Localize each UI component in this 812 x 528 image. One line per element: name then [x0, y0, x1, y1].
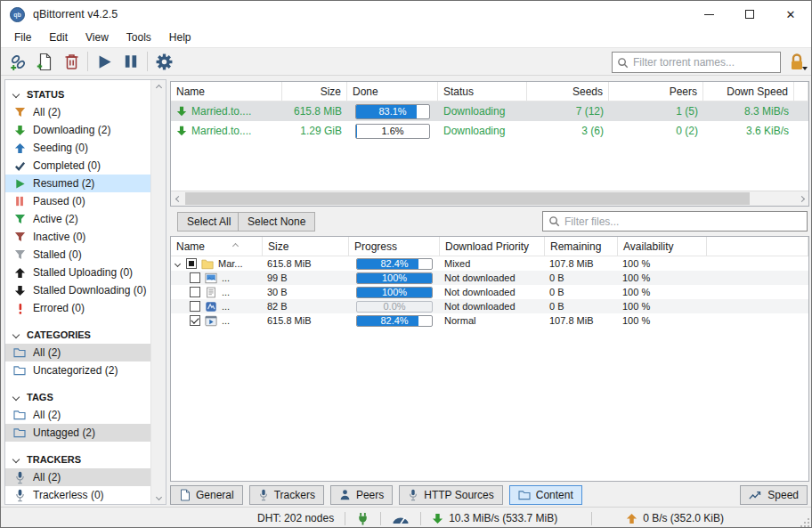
fcol-priority[interactable]: Download Priority [440, 237, 545, 256]
fcol-name[interactable]: Name [171, 237, 263, 256]
section-tags[interactable]: TAGS [5, 387, 150, 406]
torrent-status: Downloading [438, 121, 527, 141]
sidebar-item-inactive[interactable]: Inactive (0) [5, 228, 150, 246]
scroll-right-arrow[interactable] [794, 191, 808, 206]
torrent-row[interactable]: Married.to.... 1.29 GiB 1.6% Downloading… [171, 121, 808, 141]
sidebar-item-tags-all[interactable]: All (2) [5, 406, 150, 424]
sidebar-item-trackers-all[interactable]: All (2) [5, 468, 150, 486]
expand-chevron-icon[interactable] [175, 260, 181, 266]
sidebar-item-seeding[interactable]: Seeding (0) [5, 139, 150, 157]
lock-dropdown-caret [802, 67, 808, 70]
sidebar-item-resumed[interactable]: Resumed (2) [5, 175, 150, 192]
torrent-row[interactable]: Married.to.... 615.8 MiB 83.1% Downloadi… [171, 102, 808, 121]
file-checkbox[interactable] [186, 258, 197, 269]
sidebar-scrollbar[interactable] [150, 80, 166, 504]
sidebar-item-categories-all[interactable]: All (2) [5, 344, 150, 361]
col-peers[interactable]: Peers [609, 82, 703, 101]
section-status[interactable]: STATUS [5, 85, 150, 103]
tab-http-sources[interactable]: HTTP Sources [399, 485, 502, 505]
file-checkbox[interactable] [190, 315, 200, 326]
file-filter-box [542, 211, 808, 232]
sidebar-item-trackerless[interactable]: Trackerless (0) [5, 486, 150, 504]
delete-button[interactable] [58, 49, 85, 74]
file-checkbox[interactable] [190, 272, 200, 283]
resize-grip[interactable] [800, 518, 809, 527]
sidebar-item-all[interactable]: All (2) [5, 103, 150, 121]
menu-help[interactable]: Help [160, 28, 200, 46]
torrent-filter-box [612, 52, 781, 73]
file-priority[interactable]: Not downloaded [440, 271, 545, 285]
fcol-progress[interactable]: Progress [349, 237, 440, 256]
col-down-speed[interactable]: Down Speed [703, 82, 794, 101]
progress-bar: 100% [356, 287, 433, 298]
stalled-funnel-icon [13, 248, 26, 261]
fcol-remaining[interactable]: Remaining [545, 237, 618, 256]
resumed-play-icon [13, 177, 26, 190]
pause-button[interactable] [118, 49, 144, 74]
menu-view[interactable]: View [77, 28, 118, 46]
section-categories[interactable]: CATEGORIES [5, 325, 150, 344]
file-row[interactable]: ... 615.8 MiB 82.4% Normal 107.8 MiB 100… [171, 313, 808, 328]
file-row[interactable]: Mar... 615.8 MiB 82.4% Mixed 107.8 MiB 1… [171, 256, 808, 271]
sidebar-item-active[interactable]: Active (2) [5, 210, 150, 228]
options-button[interactable] [150, 49, 177, 74]
torrent-table-hscrollbar[interactable] [171, 191, 808, 206]
minimize-icon [704, 14, 714, 15]
search-icon [617, 57, 629, 69]
select-none-button[interactable]: Select None [238, 212, 315, 232]
close-button[interactable]: ✕ [770, 1, 811, 28]
file-filter-input[interactable] [564, 215, 801, 228]
col-size[interactable]: Size [282, 82, 347, 101]
lock-button[interactable] [788, 53, 809, 74]
sidebar-item-untagged[interactable]: Untagged (2) [5, 424, 150, 442]
file-priority[interactable]: Mixed [440, 256, 545, 271]
file-checkbox[interactable] [190, 301, 200, 312]
fcol-availability[interactable]: Availability [618, 237, 707, 256]
file-row[interactable]: ... 99 B 100% Not downloaded 0 B 100 % [171, 271, 808, 285]
sidebar-item-completed[interactable]: Completed (0) [5, 157, 150, 175]
file-priority[interactable]: Not downloaded [440, 285, 545, 299]
filter-all-icon [13, 106, 26, 118]
resume-button[interactable] [91, 49, 118, 74]
tab-trackers[interactable]: Trackers [249, 485, 324, 505]
add-torrent-link-button[interactable] [4, 49, 31, 74]
scroll-up-arrow[interactable] [154, 83, 163, 92]
select-all-button[interactable]: Select All [177, 212, 240, 232]
menu-edit[interactable]: Edit [40, 28, 77, 46]
file-row[interactable]: ... 82 B 0.0% Not downloaded 0 B 100 % [171, 299, 808, 313]
col-done[interactable]: Done [347, 82, 438, 101]
sidebar-item-paused[interactable]: Paused (0) [5, 192, 150, 210]
sidebar-item-errored[interactable]: Errored (0) [5, 299, 150, 317]
add-torrent-file-button[interactable] [31, 49, 58, 74]
col-seeds[interactable]: Seeds [527, 82, 609, 101]
menu-file[interactable]: File [5, 28, 40, 46]
torrent-filter-input[interactable] [633, 56, 775, 69]
section-trackers[interactable]: TRACKERS [5, 450, 150, 468]
connection-status[interactable] [356, 512, 369, 525]
peers-icon [339, 489, 351, 500]
speed-button[interactable]: Speed [740, 485, 808, 505]
hscroll-thumb[interactable] [185, 192, 750, 205]
scroll-left-arrow[interactable] [171, 191, 185, 206]
tab-content[interactable]: Content [509, 485, 582, 505]
sidebar-item-stalled-uploading[interactable]: Stalled Uploading (0) [5, 264, 150, 281]
scroll-down-arrow[interactable] [154, 492, 163, 501]
file-checkbox[interactable] [190, 287, 200, 297]
fcol-size[interactable]: Size [263, 237, 349, 256]
minimize-button[interactable] [688, 1, 729, 28]
sidebar-item-uncategorized[interactable]: Uncategorized (2) [5, 361, 150, 379]
file-row[interactable]: ... 30 B 100% Not downloaded 0 B 100 % [171, 285, 808, 299]
sidebar-item-stalled-downloading[interactable]: Stalled Downloading (0) [5, 281, 150, 299]
tab-general[interactable]: General [170, 485, 243, 505]
col-status[interactable]: Status [438, 82, 527, 101]
speed-limits-toggle[interactable] [392, 513, 410, 524]
sidebar-item-downloading[interactable]: Downloading (2) [5, 121, 150, 139]
maximize-button[interactable] [729, 1, 770, 28]
sidebar-item-stalled[interactable]: Stalled (0) [5, 246, 150, 264]
col-name[interactable]: Name [171, 82, 282, 101]
upload-arrow-icon [626, 513, 637, 524]
tab-peers[interactable]: Peers [330, 485, 393, 505]
menu-tools[interactable]: Tools [118, 28, 160, 46]
file-priority[interactable]: Not downloaded [440, 299, 545, 313]
file-priority[interactable]: Normal [440, 313, 545, 328]
